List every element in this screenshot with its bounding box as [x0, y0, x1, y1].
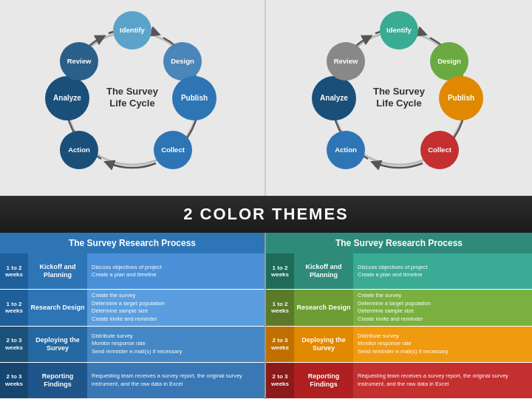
- right-table-body: 1 to 2weeks Kickoff and Planning Discuss…: [266, 253, 532, 399]
- right-cycle-title1: The Survey: [373, 86, 425, 97]
- left-desc-4: Requesting team receives a survey report…: [87, 363, 265, 398]
- left-node-action: Action: [60, 131, 98, 169]
- right-table-row-1: 1 to 2weeks Kickoff and Planning Discuss…: [266, 253, 532, 290]
- left-table-row-4: 2 to 3weeks Reporting Findings Requestin…: [0, 363, 265, 399]
- right-cycle: The Survey Life Cycle Identify Design Pu…: [310, 10, 488, 187]
- left-label-1: Kickoff and Planning: [28, 253, 87, 289]
- left-cycle-center: The Survey Life Cycle: [106, 86, 158, 111]
- left-cycle-title2: Life Cycle: [109, 98, 154, 109]
- right-table-row-2: 1 to 2weeks Research Design Create the s…: [266, 290, 532, 326]
- right-table-row-3: 2 to 3weeks Deploying the Survey Distrib…: [266, 327, 532, 363]
- right-table-panel: The Survey Research Process 1 to 2weeks …: [266, 233, 532, 399]
- left-week-2: 1 to 2weeks: [0, 290, 28, 325]
- right-label-2: Research Design: [294, 290, 353, 325]
- left-diagram-panel: The Survey Life Cycle Identify Design Pu…: [0, 0, 266, 196]
- left-node-analyze: Analyze: [45, 76, 89, 120]
- left-desc-2: Create the survey Determine a target pop…: [87, 290, 265, 325]
- right-week-4: 2 to 3weeks: [266, 363, 294, 398]
- banner-text: 2 COLOR THEMES: [183, 205, 349, 224]
- left-node-identify: Identify: [113, 11, 151, 50]
- right-desc-4: Requesting team receives a survey report…: [353, 363, 532, 398]
- right-diagram-panel: The Survey Life Cycle Identify Design Pu…: [266, 0, 532, 196]
- top-half: The Survey Life Cycle Identify Design Pu…: [0, 0, 532, 196]
- left-table-row-1: 1 to 2weeks Kickoff and Planning Discuss…: [0, 253, 265, 290]
- right-node-design: Design: [430, 42, 468, 81]
- left-week-1: 1 to 2weeks: [0, 253, 28, 289]
- right-node-publish: Publish: [439, 76, 483, 120]
- right-node-action: Action: [327, 131, 365, 169]
- right-node-collect: Collect: [420, 131, 459, 169]
- left-cycle-title1: The Survey: [106, 86, 158, 97]
- right-node-analyze: Analyze: [312, 76, 356, 120]
- left-node-collect: Collect: [154, 131, 192, 169]
- right-cycle-center: The Survey Life Cycle: [373, 86, 425, 111]
- left-label-2: Research Design: [28, 290, 87, 325]
- left-table-header: The Survey Research Process: [0, 233, 265, 253]
- left-table-row-3: 2 to 3weeks Deploying the Survey Distrib…: [0, 327, 265, 363]
- banner: 2 COLOR THEMES: [0, 196, 532, 233]
- left-table-panel: The Survey Research Process 1 to 2weeks …: [0, 233, 266, 399]
- left-table-row-2: 1 to 2weeks Research Design Create the s…: [0, 290, 265, 326]
- right-week-2: 1 to 2weeks: [266, 290, 294, 325]
- left-desc-1: Discuss objectives of project Create a p…: [87, 253, 265, 289]
- left-desc-3: Distribute survey Monitor response rate …: [87, 327, 265, 362]
- right-node-review: Review: [327, 42, 365, 81]
- right-label-4: Reporting Findings: [294, 363, 353, 398]
- right-label-3: Deploying the Survey: [294, 327, 353, 362]
- right-desc-3: Distribute survey Monitor response rate …: [353, 327, 532, 362]
- bottom-half: The Survey Research Process 1 to 2weeks …: [0, 233, 532, 399]
- left-node-publish: Publish: [172, 76, 216, 120]
- left-week-3: 2 to 3weeks: [0, 327, 28, 362]
- right-label-1: Kickoff and Planning: [294, 253, 353, 289]
- right-week-1: 1 to 2weeks: [266, 253, 294, 289]
- left-cycle: The Survey Life Cycle Identify Design Pu…: [44, 10, 221, 187]
- right-week-3: 2 to 3weeks: [266, 327, 294, 362]
- left-table-body: 1 to 2weeks Kickoff and Planning Discuss…: [0, 253, 265, 399]
- left-label-4: Reporting Findings: [28, 363, 87, 398]
- right-cycle-title2: Life Cycle: [376, 98, 421, 109]
- right-table-row-4: 2 to 3weeks Reporting Findings Requestin…: [266, 363, 532, 399]
- right-node-identify: Identify: [380, 11, 418, 50]
- right-desc-2: Create the survey Determine a target pop…: [353, 290, 532, 325]
- right-desc-1: Discuss objectives of project Create a p…: [353, 253, 532, 289]
- left-week-4: 2 to 3weeks: [0, 363, 28, 398]
- left-node-design: Design: [163, 42, 202, 81]
- left-node-review: Review: [60, 42, 98, 81]
- left-label-3: Deploying the Survey: [28, 327, 87, 362]
- right-table-header: The Survey Research Process: [266, 233, 532, 253]
